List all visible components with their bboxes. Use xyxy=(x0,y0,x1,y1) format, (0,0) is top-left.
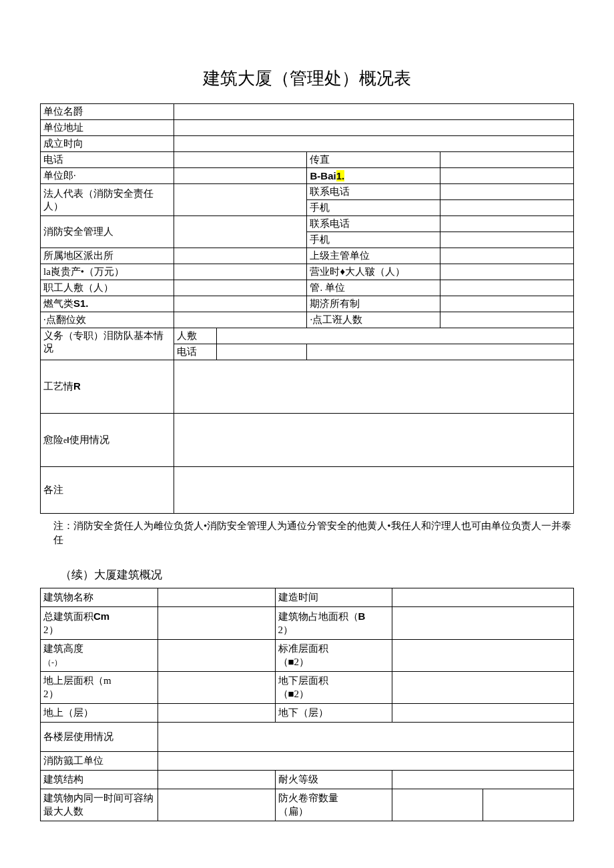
label-contact-phone: 联系电话 xyxy=(307,184,440,200)
label-ownership: 期济所有制 xyxy=(307,296,440,312)
label-gas-type: 燃气类S1. xyxy=(41,296,174,312)
subtitle: （续）大厦建筑概况 xyxy=(40,567,574,582)
table-row: 电话 传直 xyxy=(41,152,574,168)
label-mobile: 手机 xyxy=(307,200,440,216)
value-cell xyxy=(158,640,275,672)
label-process: 工艺情R xyxy=(41,360,174,414)
label-total-area: 总建筑面积Cm2） xyxy=(41,607,158,640)
table-row: 职工人敷（人） 管. 单位 xyxy=(41,280,574,296)
table-row: 消防安全管理人 联系电话 xyxy=(41,216,574,232)
value-cell xyxy=(174,280,307,296)
value-cell xyxy=(392,672,574,704)
label-fire-rating: 耐火等级 xyxy=(275,771,392,789)
value-cell xyxy=(392,607,574,640)
value-cell xyxy=(440,312,574,328)
value-cell xyxy=(174,104,573,120)
value-cell xyxy=(392,588,574,607)
value-cell xyxy=(174,216,307,248)
value-cell xyxy=(440,200,574,216)
label-key-workers: ·点工诳人数 xyxy=(307,312,440,328)
label-establish-time: 成立时向 xyxy=(41,136,174,152)
table-row: la崀贵产•（万元） 营业时♦大人皲（人） xyxy=(41,264,574,280)
table-row: 义务（专职）泪防队基本情况 人敷 xyxy=(41,328,574,344)
label-unit-address: 单位地址 xyxy=(41,120,174,136)
label-structure: 建筑结构 xyxy=(41,771,158,789)
value-cell xyxy=(158,771,275,789)
table-row: 地上（层） 地下（层） xyxy=(41,704,574,723)
label-floors-below: 地下（层） xyxy=(275,704,392,723)
label-unit-name: 单位名爵 xyxy=(41,104,174,120)
value-cell xyxy=(483,789,574,821)
value-cell xyxy=(158,723,573,752)
label-mgmt-unit: 管. 单位 xyxy=(307,280,440,296)
value-cell xyxy=(392,771,574,789)
label-fire-shutter: 防火卷帘数量（扁） xyxy=(275,789,392,821)
table-row: 建筑物名称 建造时间 xyxy=(41,588,574,607)
table-row: 成立时向 xyxy=(41,136,574,152)
table-row: 建筑结构 耐火等级 xyxy=(41,771,574,789)
value-cell xyxy=(174,467,573,514)
label-count: 人敷 xyxy=(174,328,216,344)
label-police-station: 所属地区派出所 xyxy=(41,248,174,264)
label-fire-safety-mgr: 消防安全管理人 xyxy=(41,216,174,248)
label-superior-unit: 上级主管单位 xyxy=(307,248,440,264)
table-row: 所属地区派出所 上级主管单位 xyxy=(41,248,574,264)
value-cell xyxy=(392,704,574,723)
label-land-area: 建筑物占地面积（B2） xyxy=(275,607,392,640)
table-row: 消防籖工单位 xyxy=(41,752,574,771)
table-row: 愈险el使用情况 xyxy=(41,414,574,467)
table-row: 法人代表（消防安全责任人） 联系电话 xyxy=(41,184,574,200)
value-cell xyxy=(440,232,574,248)
table-row: 单位郎· B-Bai1. xyxy=(41,168,574,184)
value-cell xyxy=(174,312,307,328)
label-hazard-use: 愈险el使用情况 xyxy=(41,414,174,467)
overview-table-2: 建筑物名称 建造时间 总建筑面积Cm2） 建筑物占地面积（B2） 建筑高度（-）… xyxy=(40,588,574,821)
label-remarks: 各注 xyxy=(41,467,174,514)
label-floors-above: 地上（层） xyxy=(41,704,158,723)
label-fire-construction: 消防籖工单位 xyxy=(41,752,158,771)
value-cell xyxy=(174,296,307,312)
table-row: 各注 xyxy=(41,467,574,514)
table-row: 各楼层使用情况 xyxy=(41,723,574,752)
value-cell xyxy=(158,789,275,821)
value-cell xyxy=(174,184,307,216)
label-phone: 电话 xyxy=(174,344,216,360)
value-cell xyxy=(216,344,307,360)
value-cell xyxy=(440,280,574,296)
label-phone: 电话 xyxy=(41,152,174,168)
note-text: 注：消防安全货任人为雌位负货人•消防安全管理人为通位分管安全的他黄人•我任人和泞… xyxy=(40,519,574,547)
value-cell xyxy=(216,328,573,344)
label-std-floor-area: 标准层面积（■2） xyxy=(275,640,392,672)
label-build-time: 建造时间 xyxy=(275,588,392,607)
value-cell xyxy=(174,360,573,414)
value-cell xyxy=(174,168,307,184)
value-cell xyxy=(158,752,573,771)
table-row: 单位地址 xyxy=(41,120,574,136)
label-building-name: 建筑物名称 xyxy=(41,588,158,607)
value-cell xyxy=(440,296,574,312)
label-employee-count: 职工人敷（人） xyxy=(41,280,174,296)
value-cell xyxy=(158,672,275,704)
table-row: ·点翻位效 ·点工诳人数 xyxy=(41,312,574,328)
label-floor-usage: 各楼层使用情况 xyxy=(41,723,158,752)
label-building-height: 建筑高度（-） xyxy=(41,640,158,672)
label-fax: 传直 xyxy=(307,152,440,168)
value-cell xyxy=(440,152,574,168)
value-cell xyxy=(307,344,574,360)
label-unit-dept: 单位郎· xyxy=(41,168,174,184)
value-cell xyxy=(158,588,275,607)
page-title: 建筑大厦（管理处）概况表 xyxy=(40,67,574,90)
value-cell xyxy=(174,136,573,152)
value-cell xyxy=(392,789,483,821)
table-row: 建筑物内同一时间可容纳最大人数 防火卷帘数量（扁） xyxy=(41,789,574,821)
table-row: 燃气类S1. 期济所有制 xyxy=(41,296,574,312)
value-cell xyxy=(440,264,574,280)
label-legal-rep: 法人代表（消防安全责任人） xyxy=(41,184,174,216)
value-cell xyxy=(392,640,574,672)
label-max-capacity: 建筑物内同一时间可容纳最大人数 xyxy=(41,789,158,821)
label-fire-team: 义务（专职）泪防队基本情况 xyxy=(41,328,174,360)
value-cell xyxy=(174,414,573,467)
value-cell xyxy=(174,120,573,136)
label-above-area: 地上层面积（m2） xyxy=(41,672,158,704)
value-cell xyxy=(440,168,574,184)
